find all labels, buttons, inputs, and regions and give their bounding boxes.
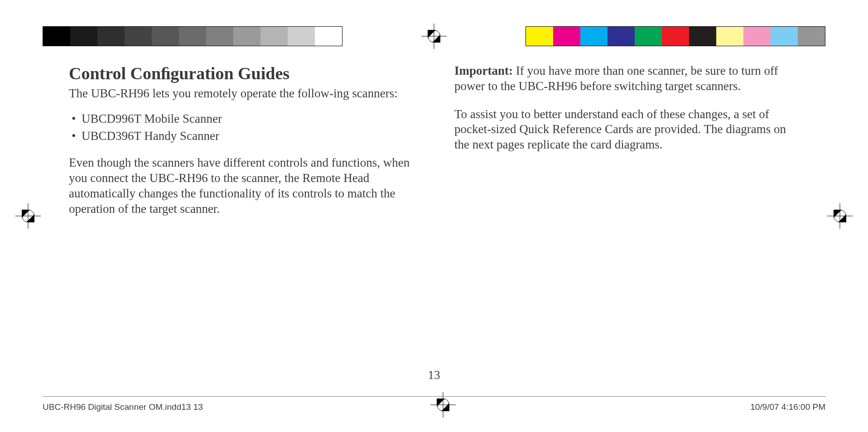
scanner-list: UBCD996T Mobile Scanner UBCD396T Handy S… (69, 111, 414, 144)
grayscale-swatch (179, 27, 206, 46)
important-note: Important: If you have more than one sca… (454, 63, 799, 94)
grayscale-swatch (288, 27, 315, 46)
color-swatch (580, 27, 608, 46)
grayscale-swatch (125, 27, 152, 46)
color-swatch (771, 27, 798, 46)
grayscale-swatch (70, 27, 97, 46)
grayscale-swatch (260, 27, 288, 46)
footer-filename: UBC-RH96 Digital Scanner OM.indd13 13 (43, 402, 203, 412)
intro-paragraph: The UBC-RH96 lets you remotely operate t… (69, 86, 414, 101)
section-heading: Control Conﬁguration Guides (69, 63, 414, 83)
color-swatch (798, 27, 825, 46)
color-swatches (526, 26, 825, 46)
grayscale-swatch (315, 27, 342, 46)
grayscale-swatch (233, 27, 260, 46)
grayscale-swatch (43, 27, 70, 46)
color-swatch (743, 27, 771, 46)
registration-mark-icon (20, 208, 36, 224)
footer: UBC-RH96 Digital Scanner OM.indd13 13 10… (43, 402, 825, 412)
page-number: 13 (428, 368, 440, 382)
grayscale-swatch (206, 27, 233, 46)
color-swatch (635, 27, 662, 46)
color-swatch (608, 27, 635, 46)
page-content: Control Conﬁguration Guides The UBC-RH96… (69, 63, 799, 382)
footer-timestamp: 10/9/07 4:16:00 PM (750, 402, 825, 412)
left-column: Control Conﬁguration Guides The UBC-RH96… (69, 63, 414, 382)
grayscale-swatch (97, 27, 125, 46)
grayscale-swatch (152, 27, 179, 46)
grayscale-swatches (43, 26, 342, 46)
color-swatch (662, 27, 689, 46)
important-label: Important: (454, 64, 513, 77)
list-item: UBCD396T Handy Scanner (69, 129, 414, 144)
color-swatch (716, 27, 743, 46)
color-swatch (689, 27, 716, 46)
body-paragraph: Even though the scanners have different … (69, 155, 414, 216)
registration-mark-icon (426, 28, 442, 44)
body-paragraph: To assist you to better understand each … (454, 107, 799, 153)
right-column: Important: If you have more than one sca… (454, 63, 799, 382)
color-swatch (526, 27, 553, 46)
footer-divider (43, 396, 825, 397)
print-calibration-bar (0, 26, 868, 46)
color-swatch (553, 27, 580, 46)
registration-mark-icon (832, 208, 848, 224)
list-item: UBCD996T Mobile Scanner (69, 111, 414, 127)
